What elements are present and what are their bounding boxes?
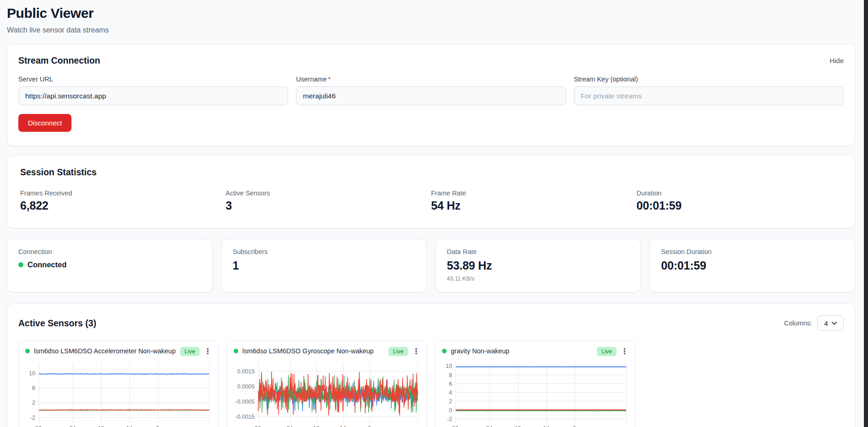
columns-select[interactable]: 4 xyxy=(817,315,844,331)
stat-frames-received: Frames Received 6,822 xyxy=(20,189,226,212)
svg-text:-9s: -9s xyxy=(366,425,374,427)
svg-text:-30s: -30s xyxy=(450,425,461,427)
svg-text:-14s: -14s xyxy=(338,425,349,427)
svg-text:10: 10 xyxy=(29,370,35,377)
stat-frame-rate: Frame Rate 54 Hz xyxy=(431,189,637,212)
required-asterisk: * xyxy=(328,76,331,83)
kebab-menu-icon[interactable]: ⋮ xyxy=(621,347,628,355)
status-cards-row: Connection Connected Subscribers 1 Data … xyxy=(7,239,855,292)
session-duration-card: Session Duration 00:01:59 xyxy=(650,239,855,292)
server-url-input[interactable] xyxy=(18,86,288,105)
session-duration-value: 00:01:59 xyxy=(661,259,844,272)
svg-text:4: 4 xyxy=(449,389,452,396)
stream-key-label: Stream Key (optional) xyxy=(574,76,844,83)
svg-text:-9s: -9s xyxy=(571,425,579,427)
stream-key-input[interactable] xyxy=(574,86,844,105)
svg-text:now: now xyxy=(204,425,215,427)
columns-label: Columns: xyxy=(784,319,812,327)
svg-text:-24s: -24s xyxy=(284,425,295,427)
sensor-chart-gyroscope: 0.00150.0005-0.0005-0.0015-30s-24s-19s-1… xyxy=(234,360,420,427)
stream-key-field-group: Stream Key (optional) xyxy=(574,76,844,105)
active-sensors-title: Active Sensors (3) xyxy=(18,318,96,329)
sensor-grid: lsm6dso LSM6DSO Accelerometer Non-wakeup… xyxy=(18,341,844,427)
server-url-field-group: Server URL xyxy=(18,76,288,105)
scrollbar[interactable] xyxy=(864,0,868,427)
kebab-menu-icon[interactable]: ⋮ xyxy=(412,347,420,355)
sensor-live-dot-icon xyxy=(442,349,447,353)
sensor-chart-accelerometer: 1062-2-30s-24s-19s-14s-9snow xyxy=(25,360,212,427)
subscribers-card: Subscribers 1 xyxy=(221,239,427,292)
session-statistics-panel: Session Statistics Frames Received 6,822… xyxy=(7,155,855,228)
svg-text:-30s: -30s xyxy=(253,425,264,427)
svg-text:-24s: -24s xyxy=(484,425,495,427)
sensor-card-gyroscope: lsm6dso LSM6DSO Gyroscope Non-wakeup Liv… xyxy=(227,341,427,427)
chevron-down-icon xyxy=(832,322,837,325)
active-sensors-panel: Active Sensors (3) Columns: 4 lsm6dso LS… xyxy=(7,303,855,427)
svg-text:-0.0005: -0.0005 xyxy=(235,399,255,405)
kebab-menu-icon[interactable]: ⋮ xyxy=(204,347,212,355)
sensor-name: lsm6dso LSM6DSO Gyroscope Non-wakeup xyxy=(242,346,384,356)
svg-text:-2: -2 xyxy=(447,416,452,422)
svg-text:-19s: -19s xyxy=(513,425,524,427)
sensor-live-dot-icon xyxy=(25,349,30,353)
svg-text:8: 8 xyxy=(449,372,452,378)
svg-text:-0.0015: -0.0015 xyxy=(235,414,255,420)
sensor-name: lsm6dso LSM6DSO Accelerometer Non-wakeup xyxy=(34,346,176,356)
disconnect-button[interactable]: Disconnect xyxy=(18,114,71,132)
stream-connection-panel: Stream Connection Hide Server URL Userna… xyxy=(7,44,855,146)
live-badge: Live xyxy=(388,347,408,356)
stat-active-sensors: Active Sensors 3 xyxy=(226,189,431,212)
svg-text:0: 0 xyxy=(449,407,452,414)
data-rate-sub: 43.11 KB/s xyxy=(447,276,630,282)
username-label: Username* xyxy=(296,76,566,83)
svg-text:-9s: -9s xyxy=(154,425,162,427)
svg-text:now: now xyxy=(413,425,424,427)
svg-text:-14s: -14s xyxy=(541,425,552,427)
connection-status-dot-icon xyxy=(18,262,23,267)
page-title: Public Viewer xyxy=(7,5,855,21)
svg-text:-30s: -30s xyxy=(33,425,44,427)
svg-text:now: now xyxy=(621,425,632,427)
svg-text:6: 6 xyxy=(32,385,35,391)
svg-text:-19s: -19s xyxy=(311,425,322,427)
live-badge: Live xyxy=(597,347,617,356)
live-badge: Live xyxy=(180,347,200,356)
hide-link[interactable]: Hide xyxy=(830,57,844,65)
connection-status-value: Connected xyxy=(27,260,66,269)
svg-text:6: 6 xyxy=(449,381,452,387)
sensor-live-dot-icon xyxy=(234,349,238,353)
svg-text:-24s: -24s xyxy=(67,425,78,427)
sensor-card-accelerometer: lsm6dso LSM6DSO Accelerometer Non-wakeup… xyxy=(18,341,218,427)
svg-text:-14s: -14s xyxy=(124,425,135,427)
connection-status-card: Connection Connected xyxy=(7,239,213,292)
username-field-group: Username* xyxy=(296,76,566,105)
username-input[interactable] xyxy=(296,86,566,105)
subscribers-value: 1 xyxy=(233,259,415,272)
svg-text:2: 2 xyxy=(32,400,35,406)
svg-text:2: 2 xyxy=(449,398,452,405)
data-rate-value: 53.89 Hz xyxy=(447,259,630,272)
svg-text:0.0015: 0.0015 xyxy=(237,368,255,375)
svg-text:-2: -2 xyxy=(30,415,35,421)
session-statistics-title: Session Statistics xyxy=(20,167,842,178)
svg-text:-19s: -19s xyxy=(96,425,107,427)
sensor-card-gravity: gravity Non-wakeup Live ⋮ 1086420-2-30s-… xyxy=(435,341,635,427)
public-viewer-page: Public Viewer Watch live sensor data str… xyxy=(0,0,868,427)
sensor-name: gravity Non-wakeup xyxy=(451,346,593,356)
svg-text:0.0005: 0.0005 xyxy=(237,384,255,390)
svg-text:10: 10 xyxy=(446,363,452,369)
stat-duration: Duration 00:01:59 xyxy=(637,189,842,212)
sensor-chart-gravity: 1086420-2-30s-24s-19s-14s-9snow xyxy=(442,360,628,427)
page-subtitle: Watch live sensor data streams xyxy=(7,26,855,34)
stream-connection-title: Stream Connection xyxy=(18,55,100,66)
server-url-label: Server URL xyxy=(18,76,288,83)
data-rate-card: Data Rate 53.89 Hz 43.11 KB/s xyxy=(436,239,641,292)
